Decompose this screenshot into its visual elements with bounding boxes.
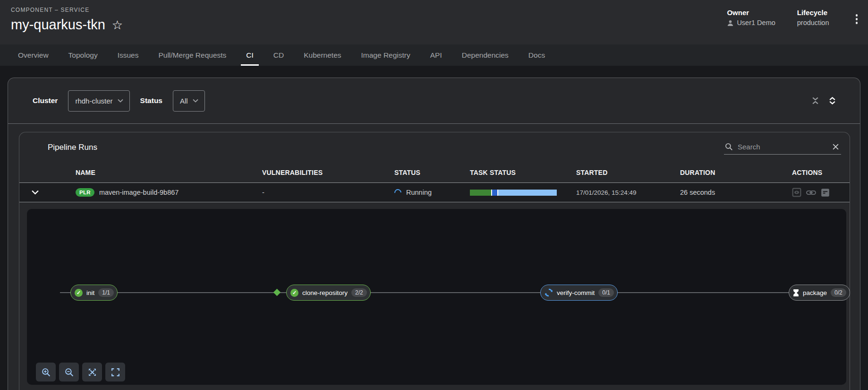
task-node-package[interactable]: package 0/2 xyxy=(789,285,850,301)
lifecycle-block: Lifecycle production xyxy=(797,9,829,26)
task-status-segment-succeeded xyxy=(470,190,491,196)
col-vulnerabilities: VULNERABILITIES xyxy=(251,169,383,176)
owner-label: Owner xyxy=(727,9,775,17)
pipeline-runs-title: Pipeline Runs xyxy=(48,143,97,152)
link-button[interactable] xyxy=(806,189,816,196)
expand-all-button[interactable] xyxy=(827,95,837,106)
task-step-count: 1/1 xyxy=(98,288,114,297)
favorite-star-icon[interactable]: ☆ xyxy=(112,19,123,31)
tab-overview[interactable]: Overview xyxy=(8,44,59,66)
fit-to-screen-button[interactable] xyxy=(82,363,102,381)
zoom-out-button[interactable] xyxy=(59,363,79,381)
task-running-icon xyxy=(545,288,553,297)
tab-topology[interactable]: Topology xyxy=(59,44,108,66)
task-success-icon: ✓ xyxy=(75,289,83,297)
tab-ci[interactable]: CI xyxy=(236,44,264,66)
tab-dependencies[interactable]: Dependencies xyxy=(452,44,519,66)
status-label: Status xyxy=(140,96,162,105)
task-success-icon: ✓ xyxy=(290,289,298,297)
pipeline-run-row: PLR maven-image-build-9b867 - Running 17… xyxy=(19,183,850,202)
status-value: Running xyxy=(406,189,432,196)
ci-card: Cluster rhdh-cluster Status All Pipeline… xyxy=(8,78,860,390)
chevron-down-icon xyxy=(193,99,198,103)
running-spinner-icon xyxy=(393,187,403,197)
status-select[interactable]: All xyxy=(173,90,205,112)
col-started: STARTED xyxy=(565,169,669,176)
search-box xyxy=(724,140,841,155)
search-icon xyxy=(725,143,733,151)
task-connector-line xyxy=(60,292,842,293)
plr-badge: PLR xyxy=(76,188,94,197)
tab-image-registry[interactable]: Image Registry xyxy=(351,44,420,66)
cluster-label: Cluster xyxy=(33,96,58,105)
expand-all-icon xyxy=(828,96,836,105)
pipeline-run-name[interactable]: maven-image-build-9b867 xyxy=(99,189,179,196)
lifecycle-value: production xyxy=(797,19,829,26)
tab-docs[interactable]: Docs xyxy=(519,44,555,66)
started-value: 17/01/2026, 15:24:49 xyxy=(565,189,669,196)
toolbar-divider xyxy=(8,123,860,124)
fullscreen-icon xyxy=(111,368,120,377)
task-status-segment-running xyxy=(492,190,497,196)
task-node-init[interactable]: ✓ init 1/1 xyxy=(70,285,118,301)
task-pending-icon xyxy=(793,289,799,296)
close-icon xyxy=(832,143,839,150)
task-node-clone-repository[interactable]: ✓ clone-repository 2/2 xyxy=(286,285,371,301)
row-expand-toggle[interactable] xyxy=(28,188,43,197)
view-logs-button[interactable] xyxy=(821,188,830,197)
task-node-verify-commit[interactable]: verify-commit 0/1 xyxy=(540,285,618,301)
fit-to-screen-icon xyxy=(88,368,97,377)
fullscreen-button[interactable] xyxy=(105,363,125,381)
kebab-menu-icon[interactable] xyxy=(851,10,863,28)
entity-kind-label: COMPONENT – SERVICE xyxy=(11,7,89,13)
cluster-select[interactable]: rhdh-cluster xyxy=(68,90,129,112)
entity-header: COMPONENT – SERVICE my-quarkus-tkn ☆ Own… xyxy=(0,0,868,44)
view-output-button[interactable] xyxy=(792,188,801,197)
vulnerabilities-value: - xyxy=(251,189,383,196)
when-expression-diamond xyxy=(273,289,281,296)
owner-block: Owner User1 Demo xyxy=(727,9,775,26)
tab-kubernetes[interactable]: Kubernetes xyxy=(294,44,351,66)
col-name: NAME xyxy=(64,169,251,176)
zoom-in-button[interactable] xyxy=(36,363,56,381)
chevron-down-icon xyxy=(118,99,123,103)
tab-cd[interactable]: CD xyxy=(264,44,294,66)
zoom-out-icon xyxy=(65,368,74,377)
col-status: STATUS xyxy=(383,169,459,176)
chevron-down-icon xyxy=(32,190,39,195)
logs-icon xyxy=(821,188,830,197)
pipeline-runs-card: Pipeline Runs NAME VULNERABILITIES STATU… xyxy=(19,132,850,390)
col-actions: ACTIONS xyxy=(780,169,850,176)
duration-value: 26 seconds xyxy=(669,189,780,196)
page-title: my-quarkus-tkn xyxy=(11,17,105,33)
collapse-all-button[interactable] xyxy=(810,95,820,106)
table-header-row: NAME VULNERABILITIES STATUS TASK STATUS … xyxy=(19,163,850,183)
tab-pull-merge-requests[interactable]: Pull/Merge Requests xyxy=(148,44,236,66)
search-clear-button[interactable] xyxy=(831,142,840,151)
task-step-count: 0/1 xyxy=(598,288,614,297)
link-icon xyxy=(806,189,816,196)
output-eye-icon xyxy=(792,188,801,197)
zoom-in-icon xyxy=(42,368,51,377)
graph-controls xyxy=(36,363,125,381)
col-task-status: TASK STATUS xyxy=(459,169,565,176)
task-status-progress-bar xyxy=(470,190,557,196)
tab-api[interactable]: API xyxy=(420,44,452,66)
filter-toolbar: Cluster rhdh-cluster Status All xyxy=(8,78,860,123)
search-input[interactable] xyxy=(738,143,826,151)
lifecycle-label: Lifecycle xyxy=(797,9,829,17)
task-step-count: 0/2 xyxy=(831,288,846,297)
pipeline-visualization[interactable]: ✓ init 1/1 ✓ clone-repository 2/2 verify… xyxy=(27,209,846,385)
col-duration: DURATION xyxy=(669,169,780,176)
task-step-count: 2/2 xyxy=(351,288,367,297)
tab-issues[interactable]: Issues xyxy=(108,44,149,66)
user-icon xyxy=(727,19,734,26)
entity-tabs: Overview Topology Issues Pull/Merge Requ… xyxy=(0,44,868,66)
collapse-all-icon xyxy=(811,96,819,105)
task-status-segment-pending xyxy=(498,190,557,196)
owner-value[interactable]: User1 Demo xyxy=(737,19,775,26)
